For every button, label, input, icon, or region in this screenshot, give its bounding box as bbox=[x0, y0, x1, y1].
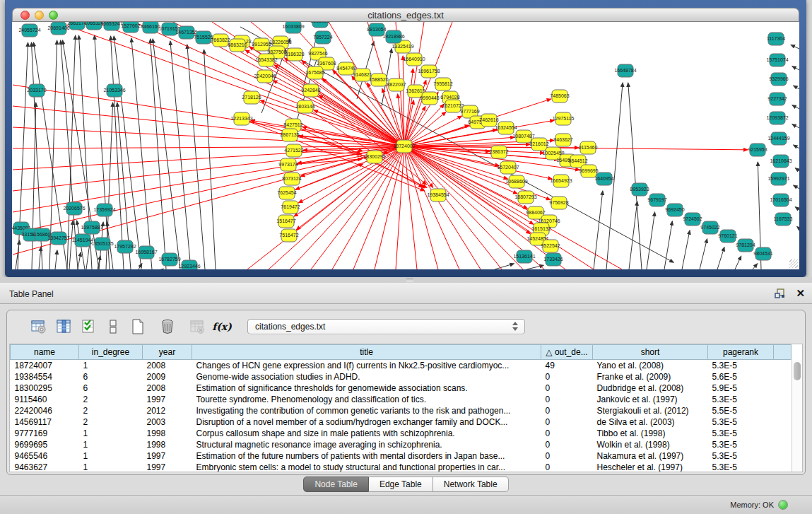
citation-edge[interactable] bbox=[32, 103, 36, 269]
graph-node-label: 10975887 bbox=[81, 225, 102, 230]
tab-network-table[interactable]: Network Table bbox=[433, 477, 509, 492]
citation-edge[interactable] bbox=[664, 221, 672, 269]
citation-edge[interactable] bbox=[151, 39, 166, 269]
table-row[interactable]: 1830029562008Estimation of significance … bbox=[11, 382, 792, 394]
citation-edge[interactable] bbox=[131, 38, 152, 269]
graph-node-label: 9115460 bbox=[579, 145, 598, 150]
select-columns-button[interactable] bbox=[79, 317, 98, 336]
cell-title: Estimation of significance thresholds fo… bbox=[192, 382, 541, 394]
citation-edge[interactable] bbox=[39, 247, 41, 269]
citation-edge[interactable] bbox=[240, 27, 673, 262]
citation-edge[interactable] bbox=[717, 247, 724, 269]
table-mode-button[interactable] bbox=[30, 317, 48, 336]
cell-short: Franke et al. (2009) bbox=[593, 371, 708, 382]
create-column-button[interactable] bbox=[129, 317, 147, 336]
table-row[interactable]: 2242004622012Investigating the contribut… bbox=[11, 405, 792, 416]
graph-node-label: 18724007 bbox=[393, 144, 415, 148]
close-window-button[interactable] bbox=[20, 11, 30, 20]
float-panel-icon[interactable] bbox=[775, 288, 786, 299]
cell-pagerank: 5.9E-5 bbox=[708, 382, 774, 394]
citation-edge[interactable] bbox=[753, 264, 758, 269]
citation-edge[interactable] bbox=[735, 256, 741, 269]
citation-edge[interactable] bbox=[163, 269, 163, 269]
citation-edge[interactable] bbox=[153, 39, 180, 269]
citation-edge[interactable] bbox=[526, 265, 543, 269]
table-row[interactable]: 946554611997Estimation of the future num… bbox=[11, 450, 792, 462]
column-header-in_degree[interactable]: in_degree bbox=[79, 345, 143, 360]
table-row[interactable]: 1456911722003Disruption of a novel membe… bbox=[11, 416, 792, 428]
citation-edge-selected[interactable] bbox=[404, 146, 481, 269]
citation-edge[interactable] bbox=[629, 201, 637, 269]
splitter-handle bbox=[406, 279, 413, 281]
network-canvas[interactable]: 8860123891295518226058982750816543382818… bbox=[12, 22, 799, 269]
citation-edge[interactable] bbox=[792, 105, 799, 110]
tab-edge-table[interactable]: Edge Table bbox=[369, 477, 433, 492]
cell-out_degree: 0 bbox=[541, 416, 593, 428]
table-row[interactable]: 946362711997Embryonic stem cells: a mode… bbox=[11, 462, 792, 473]
window-titlebar[interactable]: citations_edges.txt bbox=[12, 8, 799, 22]
function-builder-button[interactable]: f(x) bbox=[213, 317, 231, 336]
citation-edge[interactable] bbox=[794, 86, 799, 90]
row-height-button[interactable] bbox=[104, 317, 122, 336]
column-header-short[interactable]: short bbox=[593, 345, 708, 360]
graph-node-label: 8912955 bbox=[252, 42, 271, 47]
column-header-out_degree[interactable]: △ out_de... bbox=[541, 345, 593, 360]
table-scrollbar[interactable] bbox=[792, 360, 802, 472]
column-header-pagerank[interactable]: pagerank bbox=[708, 345, 774, 360]
citation-edge[interactable] bbox=[794, 185, 799, 189]
panel-splitter[interactable] bbox=[0, 277, 812, 283]
table-row[interactable]: 911546021997Tourette syndrome. Phenomeno… bbox=[11, 394, 792, 405]
citation-edge[interactable] bbox=[791, 45, 799, 49]
citation-edge[interactable] bbox=[797, 226, 799, 230]
citation-edge[interactable] bbox=[187, 45, 205, 269]
graph-node-label: 9146821 bbox=[353, 72, 372, 77]
citation-edge-selected[interactable] bbox=[332, 146, 404, 269]
citation-edge[interactable] bbox=[78, 252, 81, 269]
citation-edge[interactable] bbox=[794, 145, 799, 149]
column-header-year[interactable]: year bbox=[143, 345, 192, 360]
scrollbar-thumb[interactable] bbox=[794, 362, 801, 380]
table-row[interactable]: 977716911998Corpus callosum shape and si… bbox=[11, 428, 792, 439]
status-bar: Memory: OK bbox=[0, 495, 812, 514]
canvas-resize-grip[interactable] bbox=[789, 259, 798, 268]
graph-node-label: 16958167 bbox=[135, 250, 157, 255]
citation-graph[interactable]: 8860123891295518226058982750816543382818… bbox=[12, 22, 799, 269]
citation-edge[interactable] bbox=[204, 49, 216, 269]
graph-node-label: 2718126 bbox=[242, 95, 261, 100]
citation-edge[interactable] bbox=[792, 124, 799, 129]
citation-edge[interactable] bbox=[795, 207, 799, 211]
citation-edge[interactable] bbox=[170, 41, 191, 269]
table-selector-dropdown[interactable]: citations_edges.txt bbox=[247, 319, 525, 334]
citation-edge[interactable] bbox=[700, 239, 707, 269]
citation-edge-selected[interactable] bbox=[242, 119, 425, 191]
memory-status-label: Memory: OK bbox=[730, 501, 774, 509]
zoom-window-button[interactable] bbox=[49, 11, 58, 20]
graph-node-label: 9329966 bbox=[769, 76, 788, 81]
column-header-name[interactable]: name bbox=[11, 345, 79, 360]
citation-edge[interactable] bbox=[647, 212, 655, 269]
table-row[interactable]: 969969511998Structural magnetic resonanc… bbox=[11, 439, 792, 450]
show-columns-button[interactable] bbox=[54, 317, 73, 336]
citation-edge[interactable] bbox=[682, 230, 690, 269]
cell-title: Tourette syndrome. Phenomenology and cla… bbox=[192, 394, 541, 405]
cell-title: Corpus callosum shape and size in male p… bbox=[192, 428, 541, 439]
citation-edge-selected[interactable] bbox=[404, 146, 417, 269]
citation-edge[interactable] bbox=[795, 168, 799, 172]
minimize-window-button[interactable] bbox=[35, 11, 44, 20]
graph-node-label: 9463627 bbox=[553, 137, 572, 142]
close-panel-icon[interactable]: ✕ bbox=[796, 288, 805, 299]
delete-column-button[interactable] bbox=[158, 317, 177, 336]
column-header-title[interactable]: title bbox=[192, 345, 541, 360]
graph-node-label: 7625454 bbox=[277, 190, 296, 195]
table-row[interactable]: 1938455462009Genome-wide association stu… bbox=[11, 371, 792, 382]
table-row[interactable]: 1872400712008Changes of HCN gene express… bbox=[11, 360, 792, 371]
citation-edge[interactable] bbox=[55, 250, 57, 269]
tab-node-table[interactable]: Node Table bbox=[303, 477, 369, 492]
delete-table-button[interactable] bbox=[188, 317, 206, 336]
memory-ok-icon[interactable] bbox=[778, 500, 788, 510]
citation-edge[interactable] bbox=[792, 66, 799, 71]
citation-edge[interactable] bbox=[69, 221, 73, 269]
citation-edge[interactable] bbox=[111, 36, 124, 269]
cell-name: 9115460 bbox=[11, 394, 79, 405]
citation-edge[interactable] bbox=[67, 35, 76, 269]
